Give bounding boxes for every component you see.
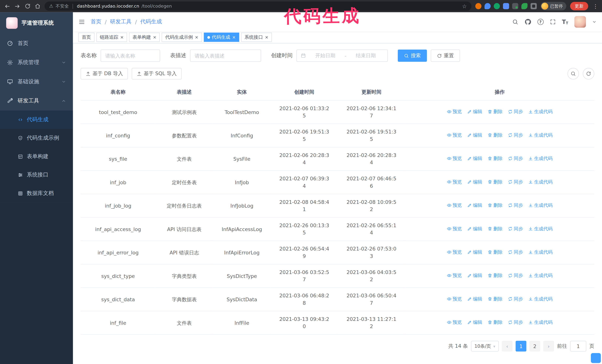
- edit-link[interactable]: 编辑: [467, 272, 482, 279]
- edit-link[interactable]: 编辑: [467, 295, 482, 302]
- github-icon[interactable]: [524, 18, 531, 25]
- forward-icon[interactable]: [14, 3, 21, 10]
- collapse-sidebar-icon[interactable]: [78, 18, 85, 25]
- puzzle-extensions-icon[interactable]: [530, 3, 537, 9]
- help-icon[interactable]: ?: [537, 19, 543, 25]
- sync-link[interactable]: 同步: [508, 202, 523, 209]
- sidebar-item-codegen[interactable]: 代码生成: [0, 111, 73, 129]
- home-icon[interactable]: [35, 3, 41, 9]
- browser-menu-icon[interactable]: ⋮: [593, 3, 598, 9]
- delete-link[interactable]: 删除: [487, 225, 503, 232]
- tab-codegen[interactable]: 代码生成×: [204, 32, 239, 42]
- create-time-range-picker[interactable]: 开始日期 - 结束日期: [296, 49, 388, 62]
- extension-icon-1[interactable]: [475, 3, 481, 9]
- preview-link[interactable]: 预览: [447, 202, 462, 209]
- generate-code-link[interactable]: 生成代码: [528, 249, 553, 256]
- sync-link[interactable]: 同步: [508, 178, 523, 186]
- extension-icon-6[interactable]: [521, 3, 527, 9]
- preview-link[interactable]: 预览: [447, 178, 462, 186]
- edit-link[interactable]: 编辑: [467, 319, 482, 326]
- sidebar-logo[interactable]: 芋道管理系统: [0, 12, 73, 34]
- address-bar[interactable]: ⚠ 不安全 dashboard.yudao.iocoder.cn /tool/c…: [44, 1, 472, 11]
- tab-system-api[interactable]: 系统接口×: [241, 32, 272, 42]
- close-icon[interactable]: ×: [195, 35, 198, 40]
- bookmark-star-icon[interactable]: ☆: [462, 3, 467, 9]
- edit-link[interactable]: 编辑: [467, 108, 482, 115]
- close-icon[interactable]: ×: [120, 35, 124, 40]
- preview-link[interactable]: 预览: [447, 225, 462, 232]
- sync-link[interactable]: 同步: [508, 249, 523, 256]
- edit-link[interactable]: 编辑: [467, 178, 482, 186]
- page-button-2[interactable]: 2: [529, 341, 540, 352]
- preview-link[interactable]: 预览: [447, 295, 462, 302]
- delete-link[interactable]: 删除: [487, 178, 503, 186]
- delete-link[interactable]: 删除: [487, 155, 503, 162]
- extension-icon-5[interactable]: [512, 3, 518, 9]
- generate-code-link[interactable]: 生成代码: [528, 319, 553, 326]
- delete-link[interactable]: 删除: [487, 249, 503, 256]
- delete-link[interactable]: 删除: [487, 295, 503, 302]
- close-icon[interactable]: ×: [153, 35, 156, 40]
- browser-profile-chip[interactable]: 已暂停: [540, 2, 566, 10]
- delete-link[interactable]: 删除: [487, 131, 503, 139]
- sync-link[interactable]: 同步: [508, 295, 523, 302]
- preview-link[interactable]: 预览: [447, 272, 462, 279]
- next-page-button[interactable]: ›: [543, 341, 554, 352]
- generate-code-link[interactable]: 生成代码: [528, 295, 553, 302]
- sidebar-item-infra[interactable]: 基础设施: [0, 72, 73, 92]
- sidebar-item-system[interactable]: 系统管理: [0, 53, 73, 72]
- back-to-top-button[interactable]: [591, 353, 601, 363]
- reload-icon[interactable]: [25, 3, 31, 9]
- edit-link[interactable]: 编辑: [467, 131, 482, 139]
- delete-link[interactable]: 删除: [487, 202, 503, 209]
- table-desc-input[interactable]: [190, 49, 261, 62]
- back-icon[interactable]: [4, 3, 10, 10]
- extension-icon-3[interactable]: [494, 3, 500, 9]
- sync-link[interactable]: 同步: [508, 155, 523, 162]
- sidebar-item-dev-tools[interactable]: 研发工具: [0, 91, 73, 111]
- sidebar-item-system-api[interactable]: 系统接口: [0, 166, 73, 184]
- tab-codegen-example[interactable]: 代码生成示例×: [162, 32, 202, 42]
- prev-page-button[interactable]: ‹: [502, 341, 513, 352]
- sidebar-item-codegen-example[interactable]: 代码生成示例: [0, 129, 73, 147]
- table-name-input[interactable]: [101, 49, 160, 62]
- preview-link[interactable]: 预览: [447, 108, 462, 115]
- refresh-table-button[interactable]: [583, 68, 594, 79]
- preview-link[interactable]: 预览: [447, 249, 462, 256]
- tab-tracer[interactable]: 链路追踪×: [96, 32, 127, 42]
- close-icon[interactable]: ×: [265, 35, 269, 40]
- sidebar-item-db-doc[interactable]: 数据库文档: [0, 184, 73, 203]
- edit-link[interactable]: 编辑: [467, 202, 482, 209]
- generate-code-link[interactable]: 生成代码: [528, 108, 553, 115]
- sync-link[interactable]: 同步: [508, 272, 523, 279]
- breadcrumb-item-home[interactable]: 首页: [91, 18, 101, 25]
- page-size-select[interactable]: 10条/页 ▾: [471, 341, 499, 352]
- delete-link[interactable]: 删除: [487, 108, 503, 115]
- generate-code-link[interactable]: 生成代码: [528, 155, 553, 162]
- import-sql-button[interactable]: 基于 SQL 导入: [132, 68, 182, 79]
- user-avatar[interactable]: [574, 16, 586, 28]
- generate-code-link[interactable]: 生成代码: [528, 272, 553, 279]
- goto-page-input[interactable]: [570, 341, 586, 352]
- sync-link[interactable]: 同步: [508, 319, 523, 326]
- delete-link[interactable]: 删除: [487, 272, 503, 279]
- tab-home[interactable]: 首页: [78, 32, 95, 42]
- generate-code-link[interactable]: 生成代码: [528, 202, 553, 209]
- import-db-button[interactable]: 基于 DB 导入: [81, 68, 128, 79]
- extension-icon-4[interactable]: [503, 3, 509, 9]
- generate-code-link[interactable]: 生成代码: [528, 178, 553, 186]
- generate-code-link[interactable]: 生成代码: [528, 131, 553, 139]
- edit-link[interactable]: 编辑: [467, 225, 482, 232]
- breadcrumb-item-dev-tools[interactable]: 研发工具: [110, 18, 131, 25]
- page-button-1[interactable]: 1: [516, 341, 527, 352]
- fullscreen-icon[interactable]: [549, 19, 556, 25]
- edit-link[interactable]: 编辑: [467, 155, 482, 162]
- search-button[interactable]: 搜索: [398, 49, 427, 62]
- browser-update-button[interactable]: 更新: [570, 2, 588, 10]
- generate-code-link[interactable]: 生成代码: [528, 225, 553, 232]
- preview-link[interactable]: 预览: [447, 131, 462, 139]
- sync-link[interactable]: 同步: [508, 225, 523, 232]
- delete-link[interactable]: 删除: [487, 319, 503, 326]
- toggle-search-button[interactable]: [567, 68, 579, 79]
- close-icon[interactable]: ×: [232, 35, 236, 40]
